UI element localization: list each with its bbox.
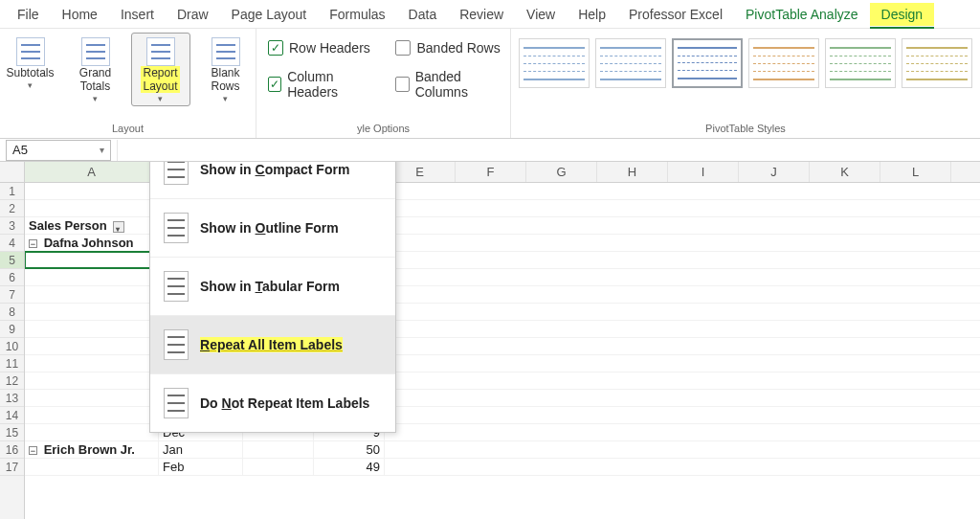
style-thumb-selected[interactable]	[672, 38, 743, 88]
style-thumb[interactable]	[519, 38, 590, 88]
row-header[interactable]: 12	[0, 372, 24, 390]
cell[interactable]: 50	[314, 441, 385, 458]
ribbon-group-style-options: Row Headers Column Headers Banded Rows B…	[256, 29, 511, 138]
collapse-icon[interactable]: −	[29, 446, 37, 455]
tab-data[interactable]: Data	[397, 3, 449, 26]
row-header[interactable]: 13	[0, 390, 24, 407]
layout-icon	[164, 162, 189, 185]
pivot-item-label: Dafna Johnson	[44, 236, 134, 250]
tab-professor-excel[interactable]: Professor Excel	[617, 3, 734, 26]
cell[interactable]: 49	[314, 459, 385, 475]
row-headers: 1 2 3 4 5 6 7 8 9 10 11 12 13 14 15 16 1…	[0, 162, 25, 519]
menu-no-repeat-labels[interactable]: Do Not Repeat Item Labels	[150, 374, 395, 432]
layout-icon	[164, 213, 189, 243]
row-header[interactable]: 17	[0, 459, 24, 476]
formula-bar[interactable]	[117, 140, 980, 161]
column-header[interactable]: I	[668, 162, 739, 182]
spreadsheet: 1 2 3 4 5 6 7 8 9 10 11 12 13 14 15 16 1…	[0, 162, 980, 519]
row-header[interactable]: 16	[0, 441, 24, 459]
ribbon: Subtotals ▾ Grand Totals ▾ Report Layout…	[0, 29, 980, 139]
column-header[interactable]: L	[880, 162, 951, 182]
menu-show-compact[interactable]: Show in Compact Form	[150, 162, 395, 199]
row-header[interactable]: 5	[0, 252, 24, 269]
pivot-row-item[interactable]: − Erich Brown Jr.	[25, 441, 159, 458]
row-headers-checkbox[interactable]: Row Headers	[268, 40, 374, 56]
menu-show-outline[interactable]: Show in Outline Form	[150, 199, 395, 258]
checkbox-empty-icon	[395, 40, 411, 56]
tab-help[interactable]: Help	[567, 3, 617, 26]
document-icon	[146, 37, 175, 66]
row-header[interactable]: 1	[0, 183, 24, 200]
style-thumb[interactable]	[902, 38, 972, 88]
group-label-style-options: yle Options	[357, 123, 410, 136]
row-header[interactable]: 11	[0, 355, 24, 372]
row-header[interactable]: 8	[0, 304, 24, 321]
row-headers-label: Row Headers	[289, 40, 370, 56]
banded-columns-label: Banded Columns	[415, 69, 504, 100]
column-header[interactable]: G	[526, 162, 597, 182]
chevron-down-icon: ▾	[28, 80, 33, 90]
menu-label: Do Not Repeat Item Labels	[200, 395, 369, 411]
blank-rows-button[interactable]: Blank Rows ▾	[196, 33, 256, 106]
row-header[interactable]: 3	[0, 217, 24, 235]
name-box-value: A5	[12, 143, 28, 157]
row-header[interactable]: 14	[0, 407, 24, 424]
cell[interactable]: Feb	[159, 459, 243, 475]
grand-totals-button[interactable]: Grand Totals ▾	[66, 33, 125, 106]
blank-rows-label: Blank Rows	[211, 66, 239, 93]
style-thumb[interactable]	[825, 38, 896, 88]
tab-pivottable-analyze[interactable]: PivotTable Analyze	[734, 3, 870, 26]
report-layout-button[interactable]: Report Layout ▾	[131, 33, 190, 106]
document-icon	[16, 37, 45, 66]
ribbon-group-pivottable-styles: PivotTable Styles	[511, 29, 980, 138]
style-thumb[interactable]	[595, 38, 666, 88]
pivot-field-header[interactable]: Sales Person	[25, 217, 159, 234]
column-header[interactable]: J	[739, 162, 810, 182]
row-header[interactable]: 9	[0, 321, 24, 338]
banded-columns-checkbox[interactable]: Banded Columns	[395, 69, 504, 100]
tab-view[interactable]: View	[515, 3, 567, 26]
menu-label: Show in Tabular Form	[200, 279, 340, 294]
grid[interactable]: A B C D E F G H I J K L Sales Person	[25, 162, 980, 519]
group-label-layout: Layout	[112, 123, 144, 136]
tab-home[interactable]: Home	[51, 3, 109, 26]
document-icon	[212, 37, 240, 66]
banded-rows-checkbox[interactable]: Banded Rows	[395, 40, 504, 56]
row-header[interactable]: 6	[0, 269, 24, 286]
pivot-header-label: Sales Person	[29, 218, 107, 233]
report-layout-label: Report Layout	[141, 66, 179, 93]
style-thumb[interactable]	[748, 38, 819, 88]
group-label-pivottable-styles: PivotTable Styles	[705, 123, 786, 136]
row-header[interactable]: 7	[0, 286, 24, 304]
menu-show-tabular[interactable]: Show in Tabular Form	[150, 258, 395, 316]
menu-label: Repeat All Item Labels	[200, 337, 343, 352]
cell[interactable]	[25, 252, 159, 268]
subtotals-button[interactable]: Subtotals ▾	[1, 33, 60, 93]
report-layout-menu: Show in Compact Form Show in Outline For…	[149, 162, 396, 433]
tab-file[interactable]: File	[6, 3, 51, 26]
tab-insert[interactable]: Insert	[109, 3, 166, 26]
column-headers-checkbox[interactable]: Column Headers	[268, 69, 374, 100]
collapse-icon[interactable]: −	[29, 239, 37, 248]
row-header[interactable]: 10	[0, 338, 24, 355]
row-header[interactable]: 4	[0, 235, 24, 252]
tab-page-layout[interactable]: Page Layout	[220, 3, 319, 26]
chevron-down-icon: ▾	[158, 94, 163, 103]
name-box[interactable]: A5 ▾	[6, 140, 111, 161]
cell[interactable]: Jan	[159, 441, 243, 458]
tab-design[interactable]: Design	[870, 3, 935, 26]
tab-review[interactable]: Review	[448, 3, 515, 26]
column-header[interactable]: A	[25, 162, 159, 182]
filter-icon[interactable]	[113, 221, 124, 233]
chevron-down-icon: ▾	[93, 94, 98, 103]
grand-totals-label: Grand Totals	[79, 66, 111, 93]
tab-draw[interactable]: Draw	[166, 3, 220, 26]
column-header[interactable]: K	[810, 162, 880, 182]
menu-repeat-labels[interactable]: Repeat All Item Labels	[150, 316, 395, 374]
column-header[interactable]: H	[597, 162, 668, 182]
row-header[interactable]: 15	[0, 424, 24, 441]
column-header[interactable]: F	[456, 162, 526, 182]
row-header[interactable]: 2	[0, 200, 24, 217]
tab-formulas[interactable]: Formulas	[318, 3, 396, 26]
pivot-row-item[interactable]: − Dafna Johnson	[25, 235, 159, 251]
